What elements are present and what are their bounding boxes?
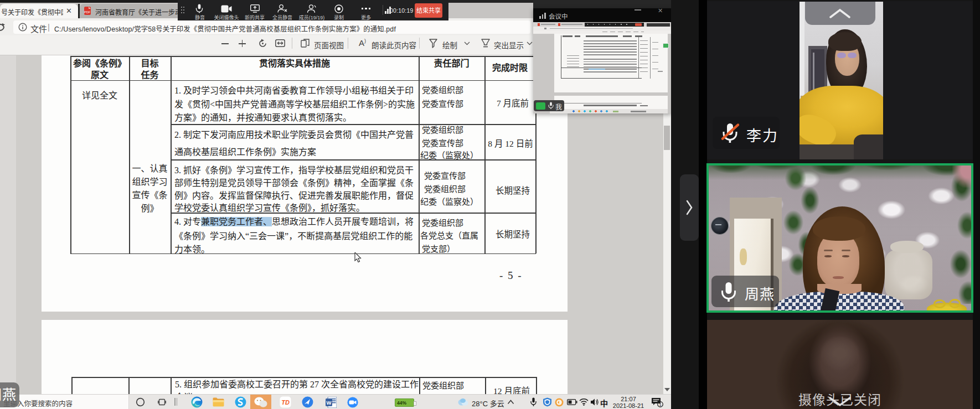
svg-text:TD: TD	[281, 399, 290, 406]
svg-text:W: W	[327, 400, 332, 406]
svg-text:1: 1	[659, 402, 662, 407]
